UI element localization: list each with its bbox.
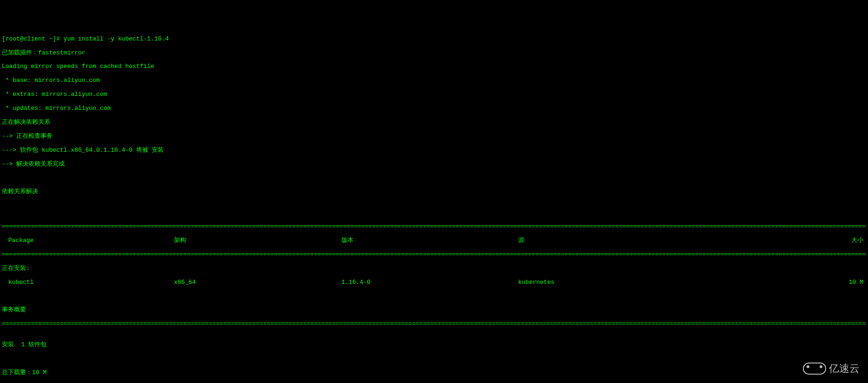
table-header-row: Package 架构 版本 源 大小 bbox=[2, 237, 866, 244]
watermark-text: 亿速云 bbox=[829, 363, 860, 374]
cloud-icon bbox=[803, 363, 826, 375]
watermark: 亿速云 bbox=[803, 363, 860, 375]
table-header-size: 大小 bbox=[700, 237, 866, 244]
cell-arch: x86_64 bbox=[174, 279, 341, 286]
post-header-line-2: 总下载量：10 M bbox=[2, 370, 866, 376]
table-header-package: Package bbox=[2, 237, 174, 244]
pre-header-line-11 bbox=[2, 202, 866, 209]
command-prompt[interactable]: [root@client ~]# yum install -y kubectl-… bbox=[2, 36, 866, 43]
pre-header-line-7: ---> 软件包 kubectl.x86_64.0.1.16.4-0 将被 安装 bbox=[2, 147, 866, 154]
txn-summary-blank bbox=[2, 293, 866, 300]
table-header-version: 版本 bbox=[341, 237, 518, 244]
pre-header-line-9 bbox=[2, 175, 866, 181]
cell-size: 10 M bbox=[700, 279, 866, 286]
post-header-line-0: 安装 1 软件包 bbox=[2, 342, 866, 349]
cell-version: 1.16.4-0 bbox=[341, 279, 518, 286]
pre-header-line-4: * updates: mirrors.aliyun.com bbox=[2, 105, 866, 112]
installing-label: 正在安装: bbox=[2, 265, 866, 272]
txn-summary-label: 事务概要 bbox=[2, 307, 866, 314]
pre-header-line-2: * base: mirrors.aliyun.com bbox=[2, 77, 866, 84]
cell-package: kubectl bbox=[2, 279, 174, 286]
post-header-line-1 bbox=[2, 356, 866, 363]
terminal-output: [root@client ~]# yum install -y kubectl-… bbox=[0, 28, 868, 383]
cell-repo: kubernetes bbox=[518, 279, 700, 286]
pre-header-line-3: * extras: mirrors.aliyun.com bbox=[2, 91, 866, 98]
pre-header-line-0: 已加载插件：fastestmirror bbox=[2, 50, 866, 57]
pre-header-line-5: 正在解决依赖关系 bbox=[2, 119, 866, 126]
pre-header-line-8: --> 解决依赖关系完成 bbox=[2, 161, 866, 168]
pre-header-line-10: 依赖关系解决 bbox=[2, 188, 866, 195]
table-row: kubectl x86_64 1.16.4-0 kubernetes 10 M bbox=[2, 279, 866, 286]
table-rule-mid: ========================================… bbox=[2, 251, 866, 258]
table-rule-top: ========================================… bbox=[2, 223, 866, 230]
table-header-repo: 源 bbox=[518, 237, 700, 244]
pre-header-line-1: Loading mirror speeds from cached hostfi… bbox=[2, 63, 866, 70]
pre-header-line-6: --> 正在检查事务 bbox=[2, 133, 866, 140]
table-rule-bottom: ========================================… bbox=[2, 321, 866, 328]
table-header-arch: 架构 bbox=[174, 237, 341, 244]
